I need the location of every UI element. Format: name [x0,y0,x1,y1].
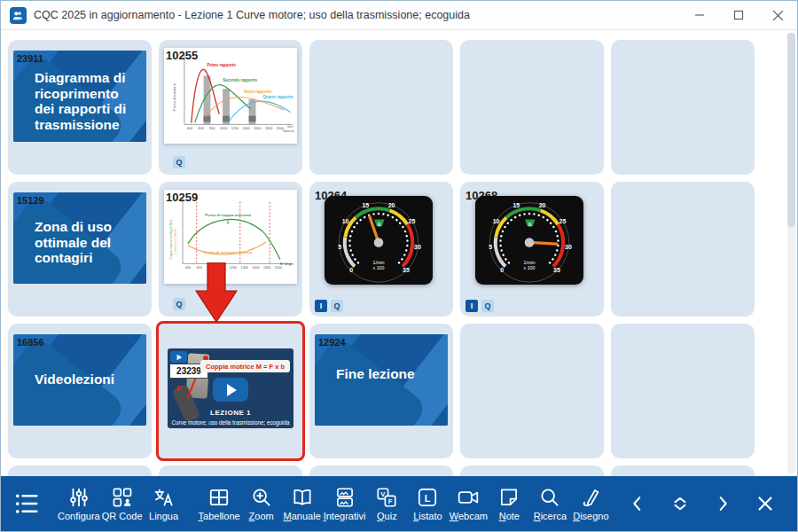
title-bar: CQC 2025 in aggiornamento - Lezione 1 Cu… [1,1,797,30]
tile-12924[interactable]: 12924 Fine lezione [309,324,453,458]
sliders-icon [67,486,90,509]
chevron-up-down-icon [669,493,691,514]
tile-15129[interactable]: 15129 Zona di uso ottimale del contagiri [8,182,152,317]
play-button[interactable] [213,378,248,402]
bullet-list-icon [13,490,40,517]
svg-text:L: L [425,493,431,504]
quiz-badge[interactable]: Q [173,298,185,310]
previous-slide-button[interactable] [622,486,653,521]
svg-text:35: 35 [553,267,560,273]
toolbar-label: Disegno [573,511,608,521]
svg-text:N° di giri: N° di giri [280,262,293,266]
svg-text:E: E [528,222,532,227]
quiz-badge[interactable]: Q [481,300,494,312]
blue-slide-box: 12924 Fine lezione [315,334,448,426]
scrollbar[interactable] [787,33,795,473]
toolbar-manuale-button[interactable]: Manuale [283,486,322,521]
toolbar-ricerca-button[interactable]: Ricerca [530,486,569,521]
tile-10255[interactable]: Primo rapporto Secondo rapporto Terzo ra… [159,40,302,175]
tile-empty [460,324,604,458]
svg-text:25: 25 [559,218,567,224]
toolbar-label: QR Code [102,511,143,521]
slide-thumbnail-tachometer: 0 5 10 15 20 25 30 35 E 1/min x 100 [325,196,433,285]
toolbar-qrcode-button[interactable]: QR Code [102,486,143,521]
app-people-icon [10,7,27,24]
search-icon [538,486,561,509]
svg-text:1600: 1600 [252,266,259,270]
note-icon [497,486,520,509]
toolbar-label: Note [499,511,520,521]
pen-icon [579,486,602,509]
chevron-right-icon [713,494,732,513]
quiz-badge[interactable]: Q [331,300,343,312]
svg-text:Punto di consumo minimo: Punto di consumo minimo [204,250,252,254]
svg-text:Consumo in g/kWh: Consumo in g/kWh [174,229,177,254]
svg-text:15: 15 [513,202,520,208]
svg-text:20: 20 [539,202,546,208]
blue-slide-box: 15129 Zona di uso ottimale del contagiri [13,192,146,284]
info-badge[interactable]: I [466,300,478,312]
grid-board-icon [207,486,231,509]
toolbar-note-button[interactable]: Note [489,486,528,521]
slide-number: 16856 [17,337,44,348]
blue-slide-box: 23911 Diagramma di ricoprimento dei rapp… [13,51,146,142]
slide-thumbnail-tachometer: 0 5 10 15 20 25 30 35 E 1/min x 100 [475,196,583,285]
toolbar-webcam-button[interactable]: Webcam [449,486,488,521]
slide-title: Videolezioni [35,372,141,387]
svg-text:1800: 1800 [263,266,270,270]
toolbar-list-button[interactable] [9,490,44,517]
svg-text:20: 20 [388,202,395,208]
svg-text:15: 15 [363,202,370,208]
app-window: CQC 2025 in aggiornamento - Lezione 1 Cu… [0,0,798,532]
minimize-button[interactable] [680,1,719,29]
exit-button[interactable] [749,486,781,521]
maximize-button[interactable] [719,1,758,29]
toolbar-label: Integrativi [324,511,366,521]
slide-grid: 23911 Diagramma di ricoprimento dei rapp… [1,30,797,476]
tile-10264[interactable]: 10264 0 5 10 15 20 [309,182,453,317]
toolbar-configura-button[interactable]: Configura [58,486,100,521]
svg-text:1400: 1400 [243,127,250,130]
toolbar-tabellone-button[interactable]: Tabellone [199,486,240,521]
svg-text:5: 5 [338,244,341,250]
toolbar-disegno-button[interactable]: Disegno [571,486,610,521]
video-play-badge-icon [170,351,187,363]
quiz-badge[interactable]: Q [173,156,185,168]
svg-text:35: 35 [403,267,410,273]
tile-partial [309,466,453,476]
next-slide-button[interactable] [707,486,739,521]
tile-empty [309,40,453,175]
toolbar-zoom-button[interactable]: Zoom [242,486,281,521]
close-button[interactable] [758,1,797,29]
svg-text:1/min: 1/min [524,260,536,265]
open-book-icon [291,486,314,509]
tile-partial [8,466,152,476]
svg-text:2000: 2000 [275,266,282,270]
window-controls [680,1,797,29]
svg-text:800: 800 [209,127,215,130]
tile-23911[interactable]: 23911 Diagramma di ricoprimento dei rapp… [8,40,152,175]
video-thumbnail[interactable]: F 23239 Coppia motrice M = F x b LEZIONE… [168,348,293,428]
toolbar-integrativi-button[interactable]: Integrativi [324,486,366,521]
svg-text:1800: 1800 [265,127,272,130]
info-badge[interactable]: I [315,300,327,312]
toolbar-label: Zoom [249,511,274,521]
toolbar-listato-button[interactable]: L Listato [408,486,447,521]
svg-text:25: 25 [409,218,416,224]
expand-collapse-button[interactable] [664,486,696,521]
slide-number: 15129 [17,195,44,206]
tile-23239-selected-video[interactable]: F 23239 Coppia motrice M = F x b LEZIONE… [156,321,305,461]
toolbar-label: Ricerca [534,511,567,521]
toolbar-lingua-button[interactable]: Lingua [145,486,184,521]
tile-16856[interactable]: 16856 Videolezioni [8,324,152,458]
svg-text:F: F [388,497,393,505]
toolbar-quiz-button[interactable]: V F Quiz [367,486,406,521]
slide-thumbnail-ratio-chart: Primo rapporto Secondo rapporto Terzo ra… [164,48,297,144]
tile-10268[interactable]: 10268 0 5 10 15 20 25 [460,182,604,317]
lesson-subtitle: Curve motore; uso della trasmissione; ec… [168,419,293,426]
scrollbar-thumb[interactable] [787,33,795,227]
svg-text:1/min: 1/min [373,260,385,265]
slide-number: 23911 [17,53,43,64]
slide-title: Zona di uso ottimale del contagiri [35,219,141,266]
svg-text:Giri /: Giri / [287,125,295,129]
